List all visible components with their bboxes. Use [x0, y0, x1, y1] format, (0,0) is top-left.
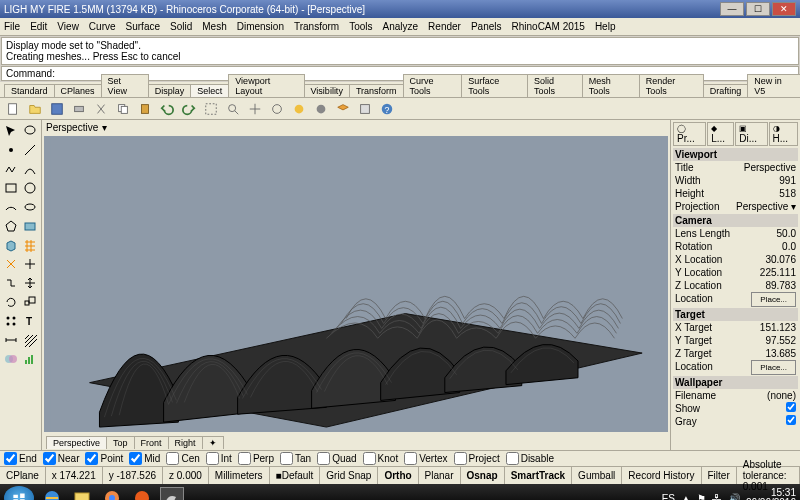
status-record[interactable]: Record History [622, 467, 701, 484]
menu-file[interactable]: File [4, 21, 20, 32]
paste-icon[interactable] [136, 100, 154, 118]
viewport-label[interactable]: Perspective [46, 122, 98, 133]
status-filter[interactable]: Filter [702, 467, 737, 484]
point-icon[interactable] [2, 141, 20, 159]
tray-volume-icon[interactable]: 🔊 [728, 493, 740, 501]
tab-select[interactable]: Select [190, 84, 229, 97]
osnap-tan[interactable] [280, 452, 293, 465]
layers-icon[interactable] [334, 100, 352, 118]
ie-icon[interactable] [40, 487, 64, 500]
join-icon[interactable] [2, 274, 20, 292]
vp-projection[interactable]: Perspective ▾ [736, 200, 796, 213]
tab-transform[interactable]: Transform [349, 84, 404, 97]
rtab-help[interactable]: ◑ H... [769, 122, 798, 146]
wp-filename[interactable]: (none) [767, 389, 796, 402]
cam-x[interactable]: 30.076 [765, 253, 796, 266]
curve-icon[interactable] [21, 160, 39, 178]
tgt-place-button[interactable]: Place... [751, 360, 796, 375]
status-ortho[interactable]: Ortho [378, 467, 418, 484]
tab-viewport-layout[interactable]: Viewport Layout [228, 74, 304, 97]
tab-setview[interactable]: Set View [101, 74, 149, 97]
vtab-right[interactable]: Right [168, 436, 203, 449]
rotate2-icon[interactable] [2, 293, 20, 311]
lasso-icon[interactable] [21, 122, 39, 140]
boolean-icon[interactable] [2, 350, 20, 368]
rtab-display[interactable]: ▣ Di... [735, 122, 767, 146]
properties-icon[interactable] [356, 100, 374, 118]
cam-y[interactable]: 225.111 [760, 266, 796, 279]
osnap-vertex[interactable] [404, 452, 417, 465]
menu-surface[interactable]: Surface [126, 21, 160, 32]
osnap-mid[interactable] [129, 452, 142, 465]
firefox-icon[interactable] [130, 487, 154, 500]
rhino-icon[interactable] [160, 487, 184, 500]
pan-icon[interactable] [246, 100, 264, 118]
menu-analyze[interactable]: Analyze [383, 21, 419, 32]
hatch-icon[interactable] [21, 331, 39, 349]
shade-icon[interactable] [312, 100, 330, 118]
text-icon[interactable]: T [21, 312, 39, 330]
tray-network-icon[interactable]: 🖧 [712, 493, 722, 501]
array-icon[interactable] [2, 312, 20, 330]
vtab-add[interactable]: ✦ [202, 436, 224, 449]
cam-lens[interactable]: 50.0 [777, 227, 796, 240]
tab-surface-tools[interactable]: Surface Tools [461, 74, 528, 97]
menu-edit[interactable]: Edit [30, 21, 47, 32]
cam-rotation[interactable]: 0.0 [782, 240, 796, 253]
tab-mesh-tools[interactable]: Mesh Tools [582, 74, 640, 97]
pointer-icon[interactable] [2, 122, 20, 140]
polygon-icon[interactable] [2, 217, 20, 235]
menu-view[interactable]: View [57, 21, 79, 32]
menu-solid[interactable]: Solid [170, 21, 192, 32]
status-tolerance[interactable]: Absolute tolerance: 0.001 [737, 467, 800, 484]
explode-icon[interactable] [2, 255, 20, 273]
osnap-cen[interactable] [166, 452, 179, 465]
status-layer[interactable]: ■ Default [270, 467, 321, 484]
chrome-icon[interactable] [100, 487, 124, 500]
tab-render-tools[interactable]: Render Tools [639, 74, 704, 97]
status-units[interactable]: Millimeters [209, 467, 270, 484]
start-button[interactable] [4, 486, 34, 500]
tab-new-v5[interactable]: New in V5 [747, 74, 800, 97]
tab-cplanes[interactable]: CPlanes [54, 84, 102, 97]
print-icon[interactable] [70, 100, 88, 118]
surface-icon[interactable] [21, 217, 39, 235]
open-icon[interactable] [26, 100, 44, 118]
line-icon[interactable] [21, 141, 39, 159]
osnap-near[interactable] [43, 452, 56, 465]
circle-icon[interactable] [21, 179, 39, 197]
cam-z[interactable]: 89.783 [765, 279, 796, 292]
menu-panels[interactable]: Panels [471, 21, 502, 32]
copy-icon[interactable] [114, 100, 132, 118]
osnap-perp[interactable] [238, 452, 251, 465]
menu-render[interactable]: Render [428, 21, 461, 32]
menu-dimension[interactable]: Dimension [237, 21, 284, 32]
rtab-layers[interactable]: ◆ L... [707, 122, 734, 146]
tgt-y[interactable]: 97.552 [765, 334, 796, 347]
osnap-project[interactable] [454, 452, 467, 465]
rotate-icon[interactable] [268, 100, 286, 118]
help-icon[interactable]: ? [378, 100, 396, 118]
wp-show-check[interactable] [786, 402, 796, 412]
mesh-icon[interactable] [21, 236, 39, 254]
vtab-front[interactable]: Front [134, 436, 169, 449]
tray-up-icon[interactable]: ▲ [681, 493, 691, 501]
tab-drafting[interactable]: Drafting [703, 84, 749, 97]
vtab-perspective[interactable]: Perspective [46, 436, 107, 449]
menu-mesh[interactable]: Mesh [202, 21, 226, 32]
tab-standard[interactable]: Standard [4, 84, 55, 97]
vp-title[interactable]: Perspective [744, 161, 796, 174]
redo-icon[interactable] [180, 100, 198, 118]
menu-rhinocam[interactable]: RhinoCAM 2015 [512, 21, 585, 32]
rtab-properties[interactable]: ◯ Pr... [673, 122, 706, 146]
vtab-top[interactable]: Top [106, 436, 135, 449]
render-icon[interactable] [290, 100, 308, 118]
status-planar[interactable]: Planar [419, 467, 461, 484]
osnap-disable[interactable] [506, 452, 519, 465]
status-cplane[interactable]: CPlane [0, 467, 46, 484]
undo-icon[interactable] [158, 100, 176, 118]
osnap-knot[interactable] [363, 452, 376, 465]
move-icon[interactable] [21, 274, 39, 292]
select-all-icon[interactable] [202, 100, 220, 118]
explorer-icon[interactable] [70, 487, 94, 500]
